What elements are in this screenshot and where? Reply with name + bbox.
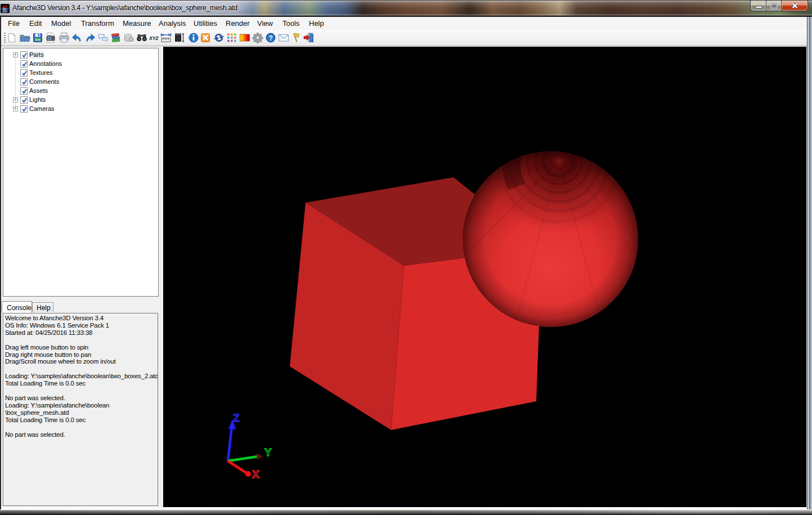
svg-text:3D: 3D [2, 8, 8, 13]
svg-text:X: X [252, 468, 259, 480]
svg-text:Z: Z [233, 412, 240, 424]
svg-text:XYZ: XYZ [149, 35, 159, 41]
svg-text:Y: Y [264, 446, 272, 458]
svg-text:?: ? [268, 34, 273, 42]
